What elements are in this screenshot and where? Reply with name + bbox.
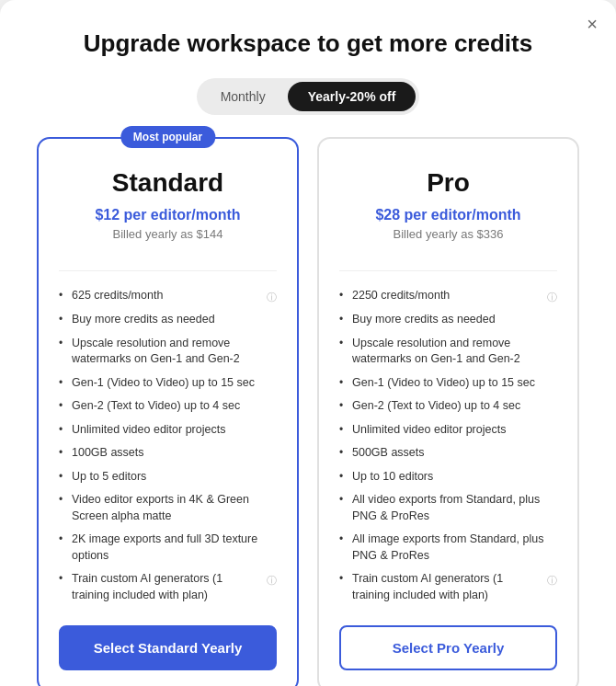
feature-text: Train custom AI generators (1 training i… [352,571,543,603]
divider [339,270,557,271]
select-pro-button[interactable]: Select Pro Yearly [339,625,557,670]
feature-item: All video exports from Standard, plus PN… [339,488,557,528]
feature-text: All image exports from Standard, plus PN… [352,532,557,564]
feature-item: Gen-1 (Video to Video) up to 15 sec [339,372,557,395]
upgrade-modal: × Upgrade workspace to get more credits … [0,0,616,686]
feature-item: Up to 10 editors [339,465,557,489]
feature-item: Upscale resolution and remove watermarks… [59,332,277,372]
plan-price: $12 per editor/month [59,207,277,223]
feature-text: Video editor exports in 4K & Green Scree… [72,492,277,524]
feature-item: Video editor exports in 4K & Green Scree… [59,488,277,528]
plan-billing: Billed yearly as $336 [339,227,557,241]
divider [59,270,277,271]
feature-item: Buy more credits as needed [339,308,557,332]
info-icon: ⓘ [267,574,277,588]
modal-title: Upgrade workspace to get more credits [37,29,579,58]
feature-text: Gen-1 (Video to Video) up to 15 sec [72,375,277,392]
feature-item: Up to 5 editors [59,465,277,489]
info-icon: ⓘ [547,291,557,304]
plan-billing: Billed yearly as $144 [59,227,277,241]
info-icon: ⓘ [547,574,557,588]
feature-text: Up to 10 editors [352,469,557,486]
feature-text: 500GB assets [352,445,557,462]
feature-item: Gen-1 (Video to Video) up to 15 sec [59,372,277,395]
plan-card-standard: Most popular Standard $12 per editor/mon… [37,137,299,686]
feature-text: Upscale resolution and remove watermarks… [72,336,277,368]
feature-text: Upscale resolution and remove watermarks… [352,336,557,368]
feature-item: Unlimited video editor projects [59,418,277,442]
plan-card-pro: Pro $28 per editor/month Billed yearly a… [317,137,579,686]
feature-text: Unlimited video editor projects [352,422,557,439]
feature-text: Up to 5 editors [72,469,277,486]
feature-text: 100GB assets [72,445,277,462]
billing-toggle-wrapper: Monthly Yearly-20% off [37,78,579,115]
close-button[interactable]: × [587,15,598,33]
feature-item: Train custom AI generators (1 training i… [59,567,277,607]
feature-text: Gen-2 (Text to Video) up to 4 sec [72,398,277,415]
plan-name: Standard [59,168,277,198]
feature-item: 2250 credits/month ⓘ [339,284,557,308]
most-popular-badge: Most popular [120,126,215,148]
feature-text: 2250 credits/month [352,288,543,304]
feature-text: Gen-2 (Text to Video) up to 4 sec [352,398,557,415]
feature-text: Buy more credits as needed [72,312,277,328]
feature-text: Buy more credits as needed [352,312,557,328]
feature-text: 625 credits/month [72,288,263,304]
info-icon: ⓘ [267,291,277,304]
features-list: 2250 credits/month ⓘ Buy more credits as… [339,284,557,607]
feature-item: Train custom AI generators (1 training i… [339,567,557,607]
feature-item: 625 credits/month ⓘ [59,284,277,308]
feature-text: Train custom AI generators (1 training i… [72,571,263,603]
feature-item: 500GB assets [339,441,557,465]
feature-text: 2K image exports and full 3D texture opt… [72,532,277,564]
features-list: 625 credits/month ⓘ Buy more credits as … [59,284,277,607]
plan-name: Pro [339,168,557,198]
yearly-toggle[interactable]: Yearly-20% off [288,82,416,111]
feature-item: 2K image exports and full 3D texture opt… [59,528,277,567]
feature-item: Unlimited video editor projects [339,418,557,442]
plan-price: $28 per editor/month [339,207,557,223]
feature-text: All video exports from Standard, plus PN… [352,492,557,524]
feature-item: 100GB assets [59,441,277,465]
feature-text: Gen-1 (Video to Video) up to 15 sec [352,375,557,392]
feature-text: Unlimited video editor projects [72,422,277,439]
plans-container: Most popular Standard $12 per editor/mon… [37,137,579,686]
feature-item: All image exports from Standard, plus PN… [339,528,557,567]
select-standard-button[interactable]: Select Standard Yearly [59,625,277,670]
billing-toggle: Monthly Yearly-20% off [197,78,420,115]
feature-item: Upscale resolution and remove watermarks… [339,332,557,372]
monthly-toggle[interactable]: Monthly [200,82,286,111]
feature-item: Gen-2 (Text to Video) up to 4 sec [339,394,557,418]
feature-item: Buy more credits as needed [59,308,277,332]
feature-item: Gen-2 (Text to Video) up to 4 sec [59,394,277,418]
